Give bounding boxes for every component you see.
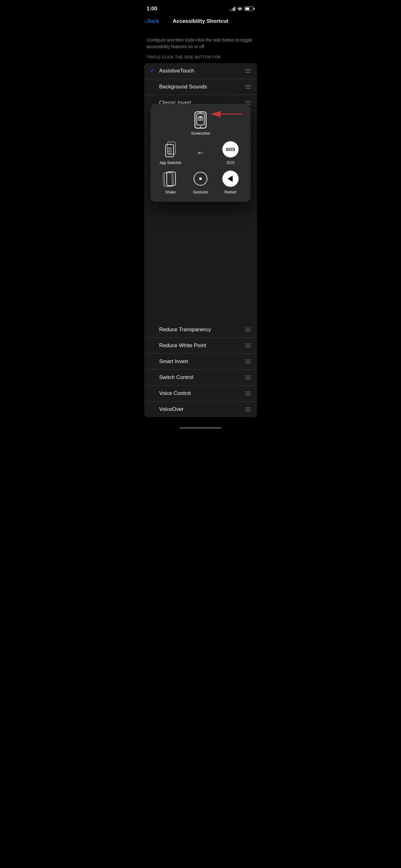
description-text: Configure and then triple-click the side…: [139, 29, 262, 55]
page-title: Accessibility Shortcut: [173, 18, 229, 24]
svg-point-4: [200, 126, 201, 128]
list-item[interactable]: ✓ Reduce White Point: [144, 338, 257, 354]
item-label: Background Sounds: [159, 84, 207, 90]
checkmark-icon: ✓: [149, 67, 156, 74]
back-chevron-icon: ‹: [144, 18, 146, 25]
back-button[interactable]: ‹ Back: [144, 18, 159, 25]
battery-icon: [244, 6, 255, 11]
wifi-icon: [237, 6, 243, 11]
left-arrow-icon: ←: [196, 148, 205, 158]
checkmark-placeholder: ✓: [149, 84, 156, 90]
popup-item-sos[interactable]: SOS SOS: [222, 141, 239, 165]
status-time: 1:00: [147, 6, 157, 12]
drag-handle-icon: [244, 84, 252, 90]
list-item[interactable]: ✓ Reduce Transparency: [144, 322, 257, 338]
item-label: Voice Control: [159, 390, 191, 397]
svg-rect-5: [199, 112, 202, 113]
drag-handle-icon: [244, 390, 252, 397]
section-header: TRIPLE-CLICK THE SIDE BUTTON FOR:: [139, 55, 262, 63]
gesture-popup[interactable]: Screenshot App Swi: [151, 104, 250, 202]
red-arrow-icon: [205, 109, 245, 120]
drag-handle-icon: [244, 406, 252, 412]
popup-grid: Screenshot App Swi: [158, 111, 243, 194]
list-item[interactable]: ✓ AssistiveTouch: [144, 63, 257, 79]
home-indicator: [139, 423, 262, 431]
drag-handle-icon: [244, 359, 252, 365]
popup-label: Screenshot: [191, 131, 210, 135]
drag-handle-icon: [244, 342, 252, 349]
popup-item-shake[interactable]: Shake: [162, 170, 179, 194]
item-label: VoiceOver: [159, 406, 183, 412]
status-bar: 1:00: [139, 0, 262, 16]
sos-badge-icon: SOS: [222, 141, 239, 157]
drag-handle-icon: [244, 68, 252, 74]
gesture-circle-icon: [194, 172, 207, 186]
item-label: Reduce Transparency: [159, 327, 211, 333]
svg-point-7: [200, 118, 201, 119]
accessibility-list: ✓ AssistiveTouch ✓ Background Sounds ✓ C…: [144, 63, 257, 417]
list-item[interactable]: ✓ Voice Control: [144, 385, 257, 402]
list-item[interactable]: ✓ Switch Control: [144, 370, 257, 385]
svg-rect-9: [166, 144, 174, 157]
popup-label: Gestures: [193, 190, 208, 194]
popup-label: SOS: [226, 161, 234, 165]
item-label: Switch Control: [159, 374, 194, 380]
popup-item-restart[interactable]: Restart: [222, 170, 239, 194]
app-switcher-icon: [165, 141, 176, 157]
gesture-dot-icon: [199, 178, 202, 180]
signal-icon: [230, 6, 235, 11]
popup-item-app-switcher[interactable]: App Switcher: [160, 141, 182, 165]
drag-handle-icon: [244, 327, 252, 333]
list-item[interactable]: ✓ Background Sounds: [144, 79, 257, 95]
list-item[interactable]: ✓ Smart Invert: [144, 354, 257, 370]
drag-handle-icon: [244, 374, 252, 380]
status-icons: [230, 6, 255, 11]
nav-bar: ‹ Back Accessibility Shortcut: [139, 16, 262, 29]
shake-icon: [162, 170, 179, 187]
home-bar: [179, 427, 222, 429]
center-nav-arrow: ←: [196, 148, 205, 158]
popup-item-gestures[interactable]: Gestures: [192, 170, 209, 194]
restart-icon: [222, 170, 239, 187]
list-item[interactable]: ✓ VoiceOver: [144, 402, 257, 417]
popup-label: Shake: [165, 190, 176, 194]
popup-label: App Switcher: [160, 161, 182, 165]
item-label: Smart Invert: [159, 359, 188, 365]
back-label: Back: [147, 18, 159, 24]
item-label: AssistiveTouch: [159, 68, 194, 74]
item-label: Reduce White Point: [159, 342, 206, 349]
popup-label: Restart: [225, 190, 237, 194]
